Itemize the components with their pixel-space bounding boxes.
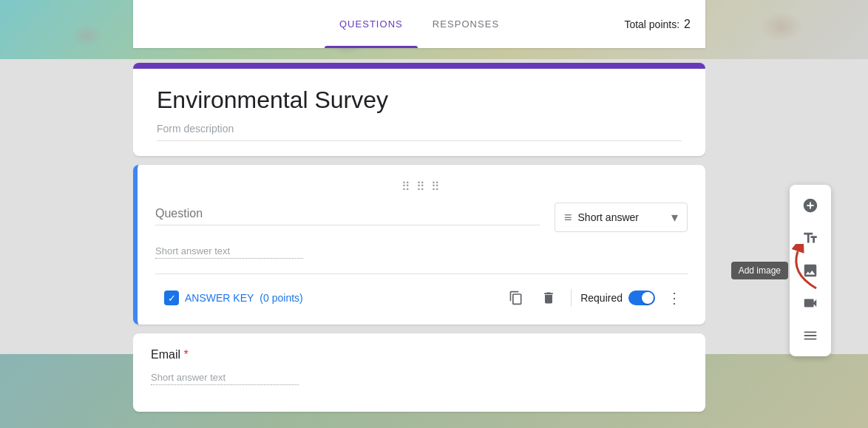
card-footer: ✓ ANSWER KEY (0 points)	[155, 274, 688, 313]
short-answer-preview: Short answer text	[155, 245, 303, 259]
section-icon	[802, 327, 818, 344]
form-body: Environmental Survey Form description ⠿ …	[133, 48, 705, 428]
answer-key-label: ANSWER KEY	[185, 292, 254, 304]
required-label: Required	[580, 292, 623, 304]
drag-handle[interactable]: ⠿ ⠿ ⠿	[155, 180, 688, 194]
answer-key-points: (0 points)	[260, 292, 302, 304]
total-points-label: Total points:	[624, 18, 679, 30]
required-toggle: Required	[580, 291, 655, 305]
plus-circle-icon	[802, 197, 818, 214]
total-points-display: Total points: 2	[624, 18, 691, 31]
email-card: Email * Short answer text	[133, 333, 705, 412]
answer-type-label: Short answer	[578, 211, 665, 223]
answer-type-dropdown[interactable]: ≡ Short answer ▾	[555, 203, 688, 232]
email-short-answer-preview: Short answer text	[151, 372, 299, 385]
tab-questions[interactable]: QUESTIONS	[325, 0, 418, 48]
chevron-down-icon: ▾	[671, 209, 678, 225]
short-answer-icon: ≡	[564, 210, 572, 225]
tab-questions-label: QUESTIONS	[339, 18, 403, 30]
duplicate-button[interactable]	[503, 285, 529, 311]
tab-responses-label: RESPONSES	[433, 18, 499, 30]
required-star: *	[183, 348, 188, 361]
check-icon: ✓	[164, 291, 179, 305]
duplicate-icon	[509, 291, 523, 305]
form-description-placeholder[interactable]: Form description	[157, 123, 682, 141]
main-container: QUESTIONS RESPONSES Total points: 2 Envi…	[133, 0, 705, 428]
question-card: ⠿ ⠿ ⠿ ≡ Short answer ▾ Short answer text…	[133, 165, 705, 325]
arrow-svg	[776, 244, 827, 296]
trash-icon	[541, 291, 556, 305]
footer-actions: Required ⋮	[503, 283, 688, 313]
required-toggle-switch[interactable]	[628, 291, 655, 305]
tab-bar: QUESTIONS RESPONSES Total points: 2	[133, 0, 705, 48]
add-question-button[interactable]	[796, 191, 825, 220]
question-input[interactable]	[155, 203, 540, 225]
add-section-button[interactable]	[796, 321, 825, 350]
arrow-indicator	[776, 244, 827, 299]
footer-divider	[571, 289, 572, 307]
title-card: Environmental Survey Form description	[133, 63, 705, 156]
form-title: Environmental Survey	[157, 86, 682, 114]
question-row: ≡ Short answer ▾	[155, 203, 688, 232]
total-points-value: 2	[684, 18, 691, 31]
delete-button[interactable]	[535, 285, 562, 311]
answer-key-button[interactable]: ✓ ANSWER KEY (0 points)	[155, 285, 312, 311]
tab-responses[interactable]: RESPONSES	[418, 0, 514, 48]
email-label: Email *	[151, 348, 688, 361]
more-options-button[interactable]: ⋮	[661, 283, 688, 313]
question-input-wrap	[155, 203, 540, 225]
